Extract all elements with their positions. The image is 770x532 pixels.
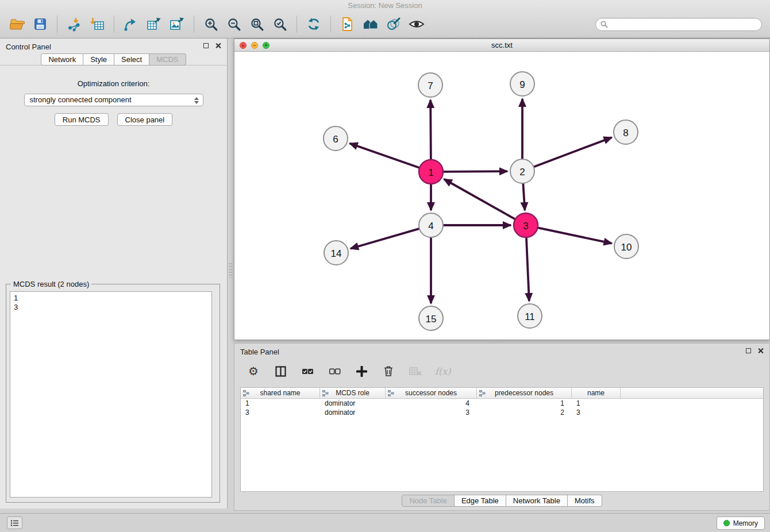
- float-table-panel-icon[interactable]: [746, 348, 751, 353]
- graph-edge-4-14[interactable]: [351, 228, 421, 248]
- network-home-button[interactable]: [359, 13, 382, 36]
- close-panel-icon[interactable]: [215, 43, 221, 49]
- zoom-in-icon: [204, 17, 218, 32]
- import-network-button[interactable]: [63, 13, 86, 36]
- select-all-rows-button[interactable]: [300, 364, 315, 379]
- mcds-result-item[interactable]: 3: [14, 303, 211, 312]
- save-session-button[interactable]: [29, 13, 52, 36]
- cell-name[interactable]: 1: [572, 399, 621, 407]
- cell-mcds-role[interactable]: dominator: [320, 408, 386, 417]
- import-table-button[interactable]: [86, 13, 109, 36]
- status-bar: Memory: [0, 513, 770, 532]
- cell-successor-nodes[interactable]: 4: [386, 399, 477, 407]
- graph-edge-3-1[interactable]: [444, 179, 517, 220]
- search-input[interactable]: [611, 20, 757, 29]
- show-hide-graphics-button[interactable]: [405, 13, 428, 36]
- cell-successor-nodes[interactable]: 3: [386, 408, 477, 417]
- column-header-predecessor-nodes[interactable]: predecessor nodes: [477, 388, 572, 398]
- cell-name[interactable]: 3: [572, 408, 621, 417]
- zoom-selected-button[interactable]: [268, 13, 291, 36]
- horizontal-splitter-handle[interactable]: [490, 340, 505, 342]
- graph-edge-1-2[interactable]: [442, 171, 507, 172]
- network-window-titlebar[interactable]: scc.txt: [234, 39, 769, 52]
- tab-style[interactable]: Style: [83, 53, 114, 65]
- function-builder-button[interactable]: f(x): [435, 366, 451, 377]
- column-header-name[interactable]: name: [572, 388, 621, 398]
- close-panel-button[interactable]: Close panel: [117, 113, 173, 126]
- close-table-panel-icon[interactable]: [757, 348, 764, 354]
- column-header-mcds-role[interactable]: MCDS role: [320, 388, 386, 398]
- tab-node-table[interactable]: Node Table: [402, 495, 455, 507]
- list-icon: [10, 519, 19, 527]
- refresh-button[interactable]: [302, 13, 325, 36]
- control-panel-tabs: Network Style Select MCDS: [0, 53, 227, 65]
- graph-node-label-6: 6: [333, 134, 338, 145]
- export-network-button[interactable]: [120, 13, 143, 36]
- table-row[interactable]: 3 dominator 3 2 3: [241, 408, 763, 417]
- delete-row-button[interactable]: [381, 364, 396, 379]
- zoom-fit-button[interactable]: [245, 13, 268, 36]
- delete-table-button[interactable]: [408, 364, 423, 379]
- open-session-button[interactable]: [6, 13, 29, 36]
- attribute-icon: [243, 390, 249, 396]
- tab-edge-table[interactable]: Edge Table: [455, 495, 506, 507]
- unselect-all-icon: [329, 368, 341, 375]
- dropdown-selected-value: strongly connected component: [30, 95, 132, 104]
- network-canvas[interactable]: 7968124314101511: [234, 52, 769, 340]
- zoom-in-button[interactable]: [199, 13, 222, 36]
- search-icon: [600, 21, 608, 28]
- tab-network[interactable]: Network: [41, 53, 83, 65]
- graph-node-label-3: 3: [523, 221, 528, 232]
- cell-shared-name[interactable]: 3: [241, 408, 320, 417]
- graph-node-label-11: 11: [525, 311, 535, 322]
- apply-style-button[interactable]: [382, 13, 405, 36]
- tab-motifs[interactable]: Motifs: [568, 495, 602, 507]
- cell-predecessor-nodes[interactable]: 2: [477, 408, 572, 417]
- graph-edge-3-10[interactable]: [537, 228, 612, 244]
- unselect-all-rows-button[interactable]: [327, 364, 342, 379]
- window-title: Session: New Session: [0, 0, 770, 11]
- main-toolbar: [0, 11, 770, 37]
- float-panel-icon[interactable]: [203, 43, 209, 48]
- column-header-successor-nodes[interactable]: successor nodes: [386, 388, 477, 398]
- tab-mcds[interactable]: MCDS: [149, 53, 186, 65]
- network-window-title: scc.txt: [491, 41, 513, 49]
- import-network-icon: [67, 17, 82, 32]
- export-image-button[interactable]: [165, 13, 188, 36]
- add-row-button[interactable]: [354, 364, 369, 379]
- share-document-button[interactable]: [336, 13, 359, 36]
- gear-icon: [248, 364, 259, 378]
- show-columns-button[interactable]: [273, 364, 288, 379]
- attribute-icon: [479, 390, 486, 396]
- run-mcds-button[interactable]: Run MCDS: [55, 113, 109, 126]
- network-graph[interactable]: 7968124314101511: [234, 52, 769, 340]
- maximize-window-icon[interactable]: [263, 42, 270, 49]
- column-header-shared-name[interactable]: shared name: [241, 388, 320, 398]
- mcds-result-item[interactable]: 1: [14, 294, 211, 303]
- graph-node-label-2: 2: [519, 167, 525, 178]
- cell-mcds-role[interactable]: dominator: [320, 399, 386, 407]
- optimization-criterion-dropdown[interactable]: strongly connected component: [24, 94, 203, 106]
- table-row[interactable]: 1 dominator 4 1 1: [241, 399, 763, 408]
- graph-edge-1-7[interactable]: [430, 100, 431, 161]
- memory-button[interactable]: Memory: [717, 516, 765, 530]
- graph-edge-1-6[interactable]: [350, 144, 421, 168]
- vertical-splitter-handle[interactable]: [229, 263, 233, 278]
- zoom-out-button[interactable]: [222, 13, 245, 36]
- tab-network-table[interactable]: Network Table: [506, 495, 568, 507]
- minimize-window-icon[interactable]: [251, 42, 258, 49]
- table-settings-button[interactable]: [246, 364, 261, 379]
- graph-edge-2-3[interactable]: [523, 182, 525, 210]
- cell-predecessor-nodes[interactable]: 1: [477, 399, 572, 407]
- toolbar-separator: [297, 16, 297, 33]
- open-folder-icon: [10, 17, 25, 31]
- cell-shared-name[interactable]: 1: [241, 399, 320, 407]
- export-table-button[interactable]: [143, 13, 165, 36]
- mcds-result-list[interactable]: 1 3: [10, 291, 212, 498]
- tab-select[interactable]: Select: [114, 53, 149, 65]
- control-panel-title: Control Panel: [0, 38, 227, 51]
- graph-edge-3-11[interactable]: [526, 236, 529, 301]
- task-history-button[interactable]: [7, 516, 22, 529]
- graph-edge-2-8[interactable]: [533, 137, 612, 167]
- close-window-icon[interactable]: [240, 42, 247, 49]
